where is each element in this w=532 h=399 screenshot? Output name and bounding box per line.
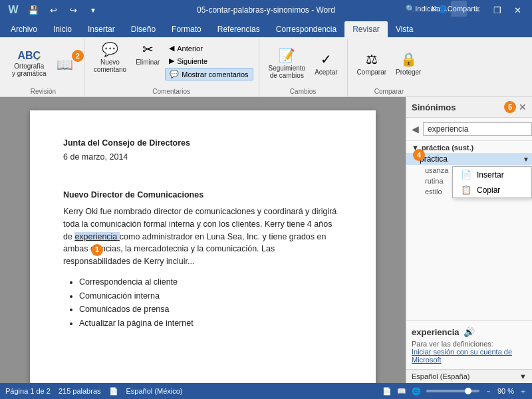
ribbon-tab-bar: Archivo Inicio Insertar Diseño Formato R… <box>0 20 532 37</box>
synonyms-title: Sinónimos <box>412 102 456 112</box>
zoom-thumb <box>465 388 471 394</box>
tab-correspondencia[interactable]: Correspondencia <box>268 21 344 37</box>
tab-formato[interactable]: Formato <box>164 21 209 37</box>
document-scroll[interactable]: Junta del Consejo de Directores 6 de mar… <box>0 97 406 383</box>
protect-btn[interactable]: 🔒 Proteger <box>392 50 425 77</box>
show-comments-btn[interactable]: 💬 Mostrar comentarios <box>165 68 253 80</box>
list-item: Comunicados de prensa <box>79 303 342 316</box>
window-title: 05-contar-palabras-y-sinonimos - Word <box>197 5 335 15</box>
accept-btn[interactable]: ✓ Aceptar <box>311 50 341 77</box>
zoom-slider[interactable] <box>426 390 479 392</box>
redo-btn[interactable]: ↪ <box>65 2 81 18</box>
definition-word: experiencia 🔊 <box>412 327 527 337</box>
show-comments-icon: 💬 <box>170 70 179 78</box>
definition-link[interactable]: Iniciar sesión con su cuenta de Microsof… <box>412 348 527 364</box>
track-changes-btn[interactable]: 📝 Seguimientode cambios <box>265 46 310 80</box>
list-item: Actualizar la página de internet <box>79 317 342 330</box>
restore-btn[interactable]: ❒ <box>488 1 507 19</box>
syn-item-practica[interactable]: práctica ▼ 4 📄 Insertar 📋 Copiar <box>406 153 532 165</box>
word-count: 215 palabras <box>59 387 101 395</box>
badge-2: 2 <box>72 50 84 62</box>
zoom-minus-btn[interactable]: － <box>485 386 492 396</box>
copy-menu-item[interactable]: 📋 Copiar <box>453 182 531 198</box>
compare-btn[interactable]: ⚖ Comparar <box>353 50 390 77</box>
synonyms-definition: experiencia 🔊 Para ver las definiciones:… <box>406 321 532 369</box>
delete-comment-btn[interactable]: ✂ Eliminar <box>132 40 164 67</box>
spell-icon: ABC ✓ <box>18 49 41 61</box>
status-right: 📄 📖 🌐 － 90 % ＋ <box>382 386 527 396</box>
protect-icon: 🔒 <box>400 51 417 67</box>
synonyms-panel: Sinónimos 5 ✕ ◀ 🔍 3 ▼ práctica (sust.) <box>406 97 532 383</box>
quick-access-toolbar: W 💾 ↩ ↪ ▼ <box>5 2 101 18</box>
language-status: Español (México) <box>126 387 183 395</box>
tab-referencias[interactable]: Referencias <box>209 21 268 37</box>
badge-5: 5 <box>504 101 516 113</box>
bullet-list: Correspondencia al cliente Comunicación … <box>63 276 342 330</box>
insert-icon: 📄 <box>461 170 471 180</box>
body-text: Kerry Oki fue nombrado director de comun… <box>63 205 342 268</box>
section-title: Nuevo Director de Comunicaciones <box>63 189 342 201</box>
ribbon-group-revision: ABC ✓ Ortografíay gramática 📖 2 Revisión <box>3 39 84 96</box>
view-normal-btn[interactable]: 📄 <box>382 387 392 396</box>
tab-archivo[interactable]: Archivo <box>3 21 45 37</box>
doc-title: Junta del Consejo de Directores <box>63 137 342 150</box>
synonyms-results: ▼ práctica (sust.) práctica ▼ 4 📄 Insert… <box>406 141 532 321</box>
thesaurus-icon: 📖 <box>57 57 73 72</box>
synonyms-search-input[interactable] <box>423 122 532 136</box>
zoom-plus-btn[interactable]: ＋ <box>519 386 527 396</box>
tab-inicio[interactable]: Inicio <box>45 21 80 37</box>
comparar-group-label: Comparar <box>374 86 404 95</box>
new-comment-btn[interactable]: 💬 Nuevocomentario <box>90 40 130 74</box>
prev-comment-btn[interactable]: ◀ Anterior <box>165 43 253 54</box>
window-controls: 🔍 Indicar... Kayl... 👤 Compartir – ❒ ✕ <box>416 1 527 19</box>
view-reading-btn[interactable]: 📖 <box>397 387 406 396</box>
compare-icon: ⚖ <box>366 51 378 67</box>
back-btn[interactable]: ◀ <box>412 124 419 134</box>
sound-btn[interactable]: 🔊 <box>464 327 475 337</box>
insert-menu-item[interactable]: 📄 Insertar <box>453 167 531 182</box>
new-comment-icon: 💬 <box>102 41 118 57</box>
document-area: Junta del Consejo de Directores 6 de mar… <box>0 97 532 383</box>
undo-btn[interactable]: ↩ <box>45 2 61 18</box>
page-info: Página 1 de 2 <box>5 387 51 395</box>
list-item: Correspondencia al cliente <box>79 276 342 289</box>
track-icon: 📝 <box>279 47 295 63</box>
badge-1: 1 <box>91 244 103 256</box>
language-dropdown[interactable]: Español (España) ▼ <box>406 369 532 383</box>
ribbon-group-comparar: ⚖ Comparar 🔒 Proteger Comparar <box>348 39 431 96</box>
customize-qat-btn[interactable]: ▼ <box>85 2 101 18</box>
synonyms-nav: ◀ 🔍 3 <box>406 118 532 141</box>
document-page: Junta del Consejo de Directores 6 de mar… <box>30 110 376 383</box>
badge-4: 4 <box>413 149 425 161</box>
save-btn[interactable]: 💾 <box>25 2 41 18</box>
word-icon: W <box>5 2 21 18</box>
lang-dropdown-arrow: ▼ <box>519 372 527 380</box>
indicate-btn[interactable]: 🔍 Indicar... <box>416 1 432 17</box>
comentarios-group-label: Comentarios <box>152 86 190 95</box>
next-comment-btn[interactable]: ▶ Siguiente <box>165 55 253 66</box>
next-icon: ▶ <box>169 57 174 65</box>
tab-revisar[interactable]: Revisar <box>344 21 388 37</box>
minimize-btn[interactable]: – <box>468 1 487 19</box>
tab-diseno[interactable]: Diseño <box>123 21 164 37</box>
zoom-level: 90 % <box>497 387 514 395</box>
proofing-icon: 📄 <box>109 387 118 396</box>
context-menu: 📄 Insertar 📋 Copiar <box>452 166 532 198</box>
view-web-btn[interactable]: 🌐 <box>412 387 421 396</box>
synonyms-close-btn[interactable]: ✕ <box>519 102 527 112</box>
ribbon: ABC ✓ Ortografíay gramática 📖 2 Revisión… <box>0 37 532 97</box>
copy-icon: 📋 <box>461 185 471 195</box>
tab-vista[interactable]: Vista <box>388 21 421 37</box>
synonyms-header: Sinónimos 5 ✕ <box>406 97 532 118</box>
definition-text: Para ver las definiciones: <box>412 340 527 348</box>
close-btn[interactable]: ✕ <box>508 1 527 19</box>
spell-grammar-btn[interactable]: ABC ✓ Ortografíay gramática <box>8 48 51 78</box>
ribbon-group-cambios: 📝 Seguimientode cambios ✓ Aceptar Cambio… <box>259 39 348 96</box>
share-btn[interactable]: 👤 Compartir <box>451 1 467 17</box>
dropdown-arrow-icon: ▼ <box>523 156 529 163</box>
tab-insertar[interactable]: Insertar <box>80 21 123 37</box>
list-item: Comunicación interna <box>79 290 342 303</box>
title-bar: W 💾 ↩ ↪ ▼ 05-contar-palabras-y-sinonimos… <box>0 0 532 20</box>
prev-icon: ◀ <box>169 44 174 53</box>
highlighted-word: experiencia 1 <box>74 232 119 241</box>
